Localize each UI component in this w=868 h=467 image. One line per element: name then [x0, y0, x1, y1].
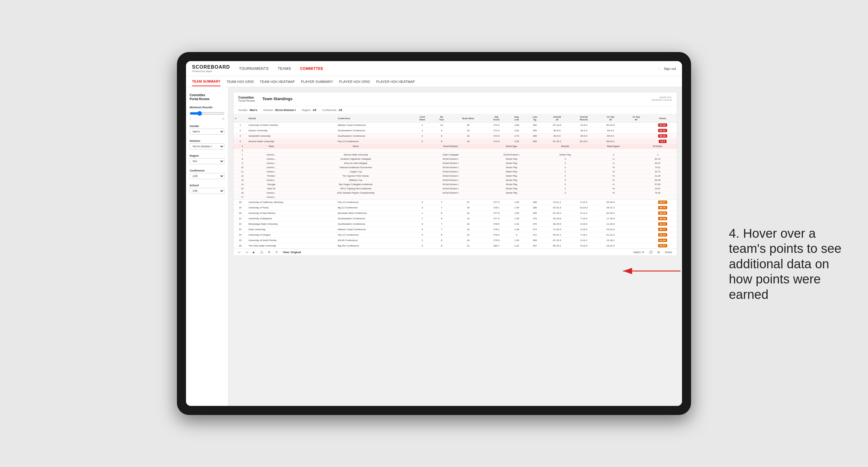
school-label: School	[190, 184, 224, 187]
nav-committee[interactable]: COMMITTEE	[300, 65, 323, 72]
division-select[interactable]: NCAA Division I NCAA Division II	[190, 143, 224, 149]
gender-label: Gender	[190, 125, 224, 128]
school-select[interactable]: (All)	[190, 188, 224, 194]
view-label[interactable]: View: Original	[283, 251, 301, 254]
sign-out-btn[interactable]: Sign out	[659, 67, 676, 70]
table-container: # School Conference ConfRank NoTour Bnds…	[234, 114, 677, 249]
tooltip-row: 13 Univers... Williams Cup NCAA Division…	[234, 178, 677, 182]
nav-tournaments[interactable]: TOURNAMENTS	[239, 65, 269, 72]
gender-select[interactable]: Men's Women's	[190, 129, 224, 134]
min-rounds-slider[interactable]	[190, 110, 224, 117]
filter-row: Gender: Men's Division: NCAA Division I …	[234, 106, 677, 114]
division-label: Division	[190, 139, 224, 143]
table-row[interactable]: 24 University of Oregon Pac-12 Conferenc…	[234, 232, 677, 238]
report-header: Committee Portal Review Team Standings U…	[234, 92, 677, 106]
col-overall-25: Overall25	[544, 114, 570, 123]
red-arrow-icon	[620, 265, 681, 277]
points-badge[interactable]: 97.02	[658, 123, 667, 127]
subnav-team-h2h-heatmap[interactable]: TEAM H2H HEATMAP	[260, 77, 295, 86]
points-badge[interactable]: 63.89	[658, 239, 667, 242]
update-time: Update time: 13/03/2024 10:03:42	[651, 96, 672, 101]
report-panel: Committee Portal Review Team Standings U…	[233, 92, 677, 256]
points-badge[interactable]: 68.14	[658, 233, 667, 237]
col-adj-score: Adj.Score	[486, 114, 507, 123]
nav-links: TOURNAMENTS TEAMS COMMITTEE	[239, 65, 659, 72]
tooltip-row: 6	[234, 149, 677, 153]
subnav-team-h2h-grid[interactable]: TEAM H2H GRID	[226, 77, 254, 86]
undo-btn[interactable]: ↩	[238, 251, 241, 254]
points-badge[interactable]: 68.49	[658, 211, 667, 215]
page-btn[interactable]: ⬜	[260, 251, 263, 254]
min-rounds-section: Minimum Rounds 110	[190, 106, 224, 120]
table-row[interactable]: 22 Mississippi State University Southeas…	[234, 221, 677, 227]
points-badge[interactable]: 48.48	[658, 217, 667, 220]
table-row[interactable]: 3 Vanderbilt University Southeastern Con…	[234, 133, 677, 139]
standings-table: # School Conference ConfRank NoTour Bnds…	[234, 114, 677, 249]
bottom-toolbar: ↩ ↪ ▶ ⬜ ⚙ ⏱ View: Original Watch ▼ 💬 ⊞ S…	[234, 249, 677, 256]
share-btn[interactable]: Share	[665, 251, 672, 254]
tooltip-row: 15 East Tei OFCC Fighting Illini Invitat…	[234, 187, 677, 191]
redo-btn[interactable]: ↪	[246, 251, 248, 254]
tablet-frame: SCOREBOARD Powered by clippd TOURNAMENTS…	[177, 52, 691, 415]
clock-btn[interactable]: ⏱	[275, 251, 278, 254]
conference-label: Conference	[190, 169, 224, 172]
subnav-player-h2h-heatmap[interactable]: PLAYER H2H HEATMAP	[376, 77, 415, 86]
layout-btn[interactable]: ⊞	[657, 251, 660, 254]
conference-select[interactable]: (All)	[190, 173, 224, 179]
division-section: Division NCAA Division I NCAA Division I…	[190, 139, 224, 149]
annotation-area: 4. Hover over a team's points to see add…	[729, 226, 844, 302]
table-row[interactable]: 26 The Ohio State University Big Ten Con…	[234, 243, 677, 249]
play-btn[interactable]: ▶	[253, 251, 255, 254]
table-row[interactable]: 19 University of Texas Big 12 Conference…	[234, 205, 677, 211]
settings-btn[interactable]: ⚙	[268, 251, 270, 254]
table-row[interactable]: 21 University of Alabama Southeastern Co…	[234, 216, 677, 221]
subnav-player-summary[interactable]: PLAYER SUMMARY	[301, 77, 333, 86]
committee-title: Committee	[238, 96, 255, 99]
col-points: Points	[648, 114, 677, 123]
table-row[interactable]: 18 University of California, Berkeley Pa…	[234, 199, 677, 205]
points-badge[interactable]: 69.07	[658, 200, 667, 204]
points-badge[interactable]: 93.31	[658, 129, 667, 132]
tooltip-row: 9 Univers... Amer An Intercollegiate NCA…	[234, 161, 677, 165]
col-conference: Conference	[336, 114, 412, 123]
tooltip-row: 11 Univers... Copper Cup NCAA Division I…	[234, 170, 677, 174]
logo-sub: Powered by clippd	[192, 70, 230, 72]
portal-title: CommitteePortal Review	[190, 93, 224, 101]
subnav-team-summary[interactable]: TEAM SUMMARY	[192, 77, 220, 86]
main-content: CommitteePortal Review Minimum Rounds 11…	[186, 87, 682, 406]
col-record: OverallRecord	[570, 114, 597, 123]
region-select[interactable]: N/A All	[190, 158, 224, 164]
points-badge[interactable]: 63.41	[658, 222, 667, 226]
logo-area: SCOREBOARD Powered by clippd	[192, 64, 230, 72]
points-badge[interactable]: 90.32	[658, 134, 667, 137]
conference-section: Conference (All)	[190, 169, 224, 179]
subnav-player-h2h-grid[interactable]: PLAYER H2H GRID	[339, 77, 370, 86]
col-vs25: Vs Top25	[597, 114, 624, 123]
col-school: School	[247, 114, 336, 123]
table-row[interactable]: 25 University of North Florida ASUN Conf…	[234, 238, 677, 243]
tooltip-row: 16 Univers... 2023 Sahalee Players Champ…	[234, 191, 677, 195]
points-badge[interactable]: 68.94	[658, 244, 667, 247]
filter-division: NCAA Division I	[275, 108, 296, 112]
tooltip-row: 12 Florida I The Cypress Point Classic N…	[234, 174, 677, 178]
top-nav: SCOREBOARD Powered by clippd TOURNAMENTS…	[186, 61, 682, 76]
filter-region: All	[313, 108, 316, 112]
table-row[interactable]: 1 University of North Carolina Atlantic …	[234, 123, 677, 128]
gender-section: Gender Men's Women's	[190, 125, 224, 134]
table-row[interactable]: 23 Duke University Atlantic Coast Confer…	[234, 227, 677, 232]
standings-title: Team Standings	[262, 96, 292, 101]
tablet-screen: SCOREBOARD Powered by clippd TOURNAMENTS…	[186, 61, 682, 406]
table-row[interactable]: 20 University of New Mexico Mountain Wes…	[234, 211, 677, 216]
comment-btn[interactable]: 💬	[649, 251, 653, 254]
points-badge-arizona[interactable]: 79.5	[659, 140, 666, 143]
watch-btn[interactable]: Watch ▼	[633, 251, 645, 254]
tooltip-row: 10 Univers... National Invitational Tour…	[234, 165, 677, 170]
points-badge[interactable]: 68.70	[658, 206, 667, 209]
points-badge[interactable]: 68.71	[658, 228, 667, 231]
table-row[interactable]: 2 Auburn University Southeastern Confere…	[234, 128, 677, 133]
region-label: Region	[190, 154, 224, 157]
table-row-arizona[interactable]: 4 Arizona State University Pac-12 Confer…	[234, 139, 677, 144]
tooltip-table: # Team Event Event Division Event Type R…	[234, 144, 677, 199]
col-no-tour: NoTour	[433, 114, 451, 123]
nav-teams[interactable]: TEAMS	[278, 65, 291, 72]
